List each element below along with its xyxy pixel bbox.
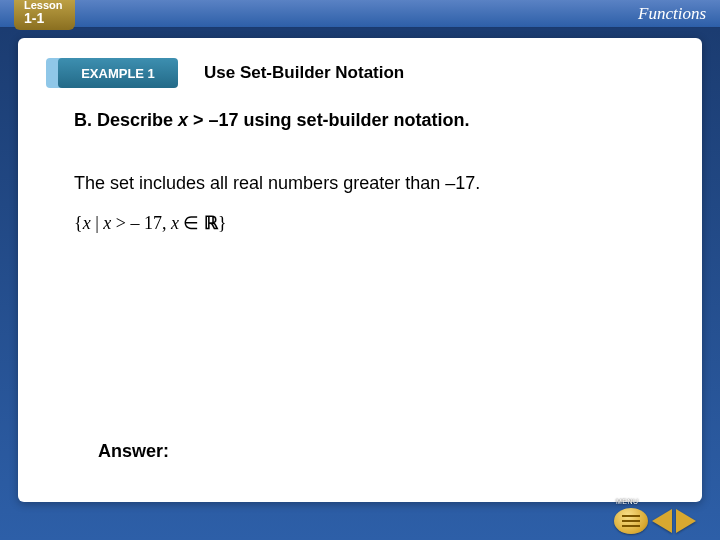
top-bar: Lesson 1-1 Functions [0, 0, 720, 28]
unit-title: Functions [638, 4, 706, 24]
badge-label: EXAMPLE 1 [58, 58, 178, 88]
explanation-text: The set includes all real numbers greate… [74, 173, 656, 194]
question-text: B. Describe x > –17 using set-builder no… [74, 110, 656, 131]
bottom-nav: MENU [614, 508, 696, 534]
slide-content: B. Describe x > –17 using set-builder no… [18, 88, 702, 234]
next-arrow-icon[interactable] [676, 509, 696, 533]
set-builder-notation: {x | x > – 17, x ∈ ℝ} [74, 212, 656, 234]
menu-label: MENU [616, 498, 639, 505]
lesson-number: 1-1 [24, 10, 44, 26]
question-var: x [178, 110, 188, 130]
title-row: EXAMPLE 1 Use Set-Builder Notation [46, 58, 702, 88]
answer-label: Answer: [98, 441, 169, 462]
question-rest: > –17 using set-builder notation. [188, 110, 470, 130]
menu-button[interactable]: MENU [614, 508, 648, 534]
slide-title: Use Set-Builder Notation [204, 63, 404, 83]
question-prefix: B. Describe [74, 110, 178, 130]
lesson-tab: Lesson 1-1 [14, 0, 75, 30]
prev-arrow-icon[interactable] [652, 509, 672, 533]
slide-area: EXAMPLE 1 Use Set-Builder Notation B. De… [18, 38, 702, 502]
example-badge: EXAMPLE 1 [46, 58, 186, 88]
